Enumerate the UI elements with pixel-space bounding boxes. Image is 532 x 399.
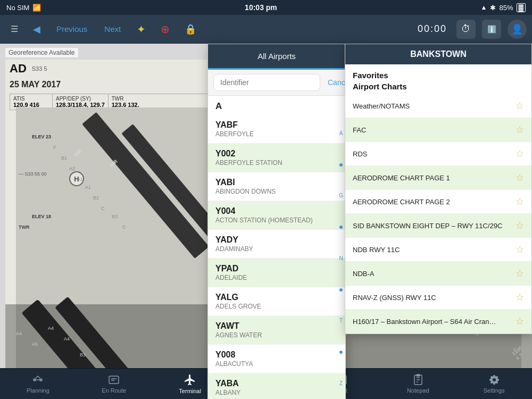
svg-rect-15	[417, 375, 420, 376]
airport-item[interactable]: Y002 ABERFOYLE STATION	[208, 144, 345, 172]
airport-item[interactable]: YPAD ADELAIDE	[208, 259, 345, 287]
main-content: Georeference Available AD S33 5 25 MAY 2…	[0, 44, 532, 368]
alpha-letter[interactable]: N	[339, 255, 343, 262]
airport-item[interactable]: YABF ABERFOYLE	[208, 115, 345, 144]
airport-name: ABERFOYLE STATION	[215, 159, 338, 167]
airport-name: AGNES WATER	[215, 331, 338, 339]
star-icon[interactable]: ☆	[516, 315, 524, 327]
planning-icon	[32, 374, 44, 386]
profile-icon: 👤	[511, 23, 523, 35]
chart-item[interactable]: AERODROME CHART PAGE 1 ☆	[345, 166, 531, 190]
all-airports-tab[interactable]: All Airports	[208, 44, 345, 70]
star-icon[interactable]: ☆	[516, 196, 524, 207]
settings-icon	[488, 374, 500, 386]
chart-item[interactable]: SID BANKSTOWN EIGHT DEP – RWY 11C/29C ☆	[345, 214, 531, 238]
chart-items-container[interactable]: Weather/NOTAMS ☆ FAC ☆ RDS ☆ AERODROME C…	[345, 94, 531, 334]
alpha-letter[interactable]: G	[339, 193, 343, 199]
lock-button[interactable]: 🔒	[179, 20, 202, 38]
charts-panel: BANKSTOWN Favorites Airport Charts Weath…	[345, 44, 532, 334]
nav-label-enroute: En Route	[102, 387, 126, 394]
bluetooth-icon: ✱	[490, 4, 496, 12]
search-input[interactable]	[213, 74, 320, 91]
airport-code: YADY	[215, 235, 338, 245]
timer-display: 00:00	[418, 23, 447, 35]
star-icon[interactable]: ☆	[516, 292, 524, 303]
airport-item[interactable]: YADY ADAMINABY	[208, 230, 345, 259]
chart-item[interactable]: FAC ☆	[345, 118, 531, 142]
svg-rect-3	[109, 376, 119, 384]
airport-list[interactable]: YABF ABERFOYLE Y002 ABERFOYLE STATION YA…	[208, 115, 345, 399]
nav-item-enroute[interactable]: En Route	[76, 369, 152, 399]
alpha-dot	[339, 163, 343, 167]
airport-item[interactable]: Y004 ACTON STATION (HOMESTEAD)	[208, 201, 345, 230]
target-button[interactable]: ⊕	[155, 20, 175, 39]
notepad-icon	[412, 374, 424, 386]
status-left: No SIM 📶	[6, 4, 41, 12]
timer-button[interactable]: ⏱	[456, 20, 476, 39]
alpha-letter[interactable]: T	[339, 318, 343, 324]
alpha-index: AGNTZ	[339, 115, 343, 399]
airport-item[interactable]: YABA ALBANY	[208, 373, 345, 399]
search-bar: Cancel	[208, 70, 345, 96]
star-icon[interactable]: ☆	[516, 124, 524, 136]
battery-icon: ▓	[517, 3, 526, 12]
airport-item[interactable]: YABI ABINGDON DOWNS	[208, 172, 345, 201]
timer-icon: ⏱	[461, 23, 471, 35]
chart-item[interactable]: Weather/NOTAMS ☆	[345, 94, 531, 118]
nav-item-settings[interactable]: Settings	[456, 369, 532, 399]
alpha-letter[interactable]: Z	[339, 380, 343, 387]
info-button[interactable]: ℹ️	[482, 20, 501, 39]
next-button[interactable]: Next	[98, 21, 127, 37]
s33-label: — S33 55 00	[19, 171, 47, 177]
airport-items-container: YABF ABERFOYLE Y002 ABERFOYLE STATION YA…	[208, 115, 345, 399]
chart-item-name: RNAV-Z (GNSS) RWY 11C	[353, 294, 516, 302]
profile-button[interactable]: 👤	[508, 20, 527, 39]
star-icon[interactable]: ☆	[516, 172, 524, 184]
hamburger-button[interactable]: ☰	[5, 21, 23, 37]
star-icon[interactable]: ☆	[516, 100, 524, 112]
airport-item[interactable]: Y008 ALBACUTYA	[208, 345, 345, 373]
chart-item[interactable]: NDB-A ☆	[345, 262, 531, 286]
charts-section-title: Favorites Airport Charts	[345, 64, 531, 94]
alpha-letter[interactable]: A	[339, 130, 343, 137]
airport-code: YPAD	[215, 264, 338, 273]
twr-chart-label: TWR	[19, 225, 30, 230]
nav-item-planning[interactable]: Planning	[0, 369, 76, 399]
back-icon: ◀	[33, 23, 40, 35]
airport-name: ADAMINABY	[215, 245, 338, 253]
star-icon[interactable]: ☆	[516, 148, 524, 160]
brightness-button[interactable]: ✦	[131, 20, 151, 39]
chart-item[interactable]: H160/17 – Bankstown Airport – S64 Air Cr…	[345, 310, 531, 334]
section-a-header: A	[208, 96, 345, 115]
target-icon: ⊕	[161, 23, 170, 36]
charts-panel-header: BANKSTOWN	[345, 44, 531, 64]
info-icon: ℹ️	[487, 25, 496, 34]
nav-label-terminal: Terminal	[179, 388, 201, 394]
chart-item[interactable]: RNAV-Z (GNSS) RWY 11C ☆	[345, 286, 531, 310]
airport-tabs: All Airports	[208, 44, 345, 70]
chart-item-name: SID BANKSTOWN EIGHT DEP – RWY 11C/29C	[353, 222, 516, 230]
airport-name: ADELS GROVE	[215, 303, 338, 310]
chart-item-name: AERODROME CHART PAGE 2	[353, 198, 516, 206]
toolbar: ☰ ◀ Previous Next ✦ ⊕ 🔒 00:00 ⏱ ℹ️ 👤	[0, 15, 532, 44]
airport-code: YALG	[215, 293, 338, 302]
brightness-icon: ✦	[137, 23, 146, 36]
nav-item-notepad[interactable]: Notepad	[380, 369, 456, 399]
coord-ref: S33 5	[32, 65, 47, 72]
previous-button[interactable]: Previous	[50, 21, 94, 37]
chart-item[interactable]: RDS ☆	[345, 142, 531, 166]
terminal-icon	[184, 373, 196, 386]
airport-name: ABINGDON DOWNS	[215, 188, 338, 195]
chart-item[interactable]: AERODROME CHART PAGE 2 ☆	[345, 190, 531, 214]
chart-item-name: NDB-A	[353, 270, 516, 278]
wifi-icon: 📶	[32, 4, 41, 12]
airport-code: YABI	[215, 178, 338, 187]
airport-item[interactable]: YAWT AGNES WATER	[208, 316, 345, 345]
star-icon[interactable]: ☆	[516, 220, 524, 231]
star-icon[interactable]: ☆	[516, 268, 524, 279]
back-button[interactable]: ◀	[28, 20, 46, 38]
status-bar: No SIM 📶 10:03 pm ▲ ✱ 85% ▓	[0, 0, 532, 15]
chart-item[interactable]: NDB RWY 11C ☆	[345, 238, 531, 262]
airport-item[interactable]: YALG ADELS GROVE	[208, 287, 345, 316]
star-icon[interactable]: ☆	[516, 244, 524, 255]
